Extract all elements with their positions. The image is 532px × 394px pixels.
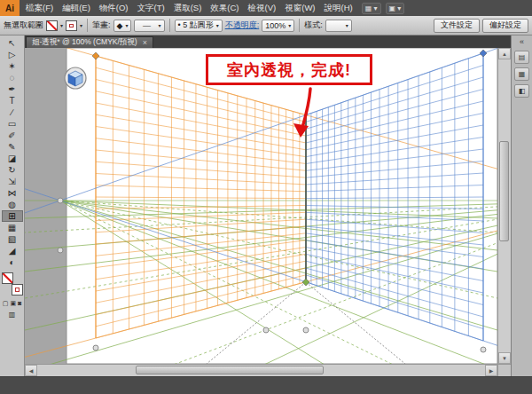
dock-icons: ▤▦◧ [514, 51, 529, 98]
swatches-panel-icon[interactable]: ▦ [514, 67, 529, 81]
scroll-right-icon[interactable]: ▶ [485, 365, 497, 376]
menu-效果(C)[interactable]: 效果(C) [206, 0, 243, 16]
separator [169, 19, 170, 32]
width-tool[interactable]: ⋈ [2, 187, 23, 199]
vertical-scrollbar[interactable]: ▲ ▼ [497, 48, 511, 364]
fill-swatch-icon[interactable] [2, 272, 13, 284]
vertical-scroll-track[interactable] [498, 59, 511, 352]
type-tool[interactable]: T [2, 95, 23, 106]
separator [299, 19, 300, 32]
status-bar [0, 376, 532, 394]
draw-behind-icon[interactable]: ▣ [10, 300, 16, 307]
fill-color-swatch[interactable] [46, 20, 58, 31]
illustrator-window: Ai 檔案(F)編輯(E)物件(O)文字(T)選取(S)效果(C)檢視(V)視窗… [0, 0, 532, 394]
scroll-up-icon[interactable]: ▲ [498, 48, 511, 59]
horizontal-scroll-thumb[interactable] [136, 366, 324, 374]
stroke-color-swatch[interactable] [66, 20, 77, 31]
menu-檔案(F)[interactable]: 檔案(F) [21, 0, 58, 16]
rotate-tool[interactable]: ↻ [2, 164, 23, 176]
layers-panel-icon[interactable]: ◧ [514, 84, 529, 98]
screen-mode-button[interactable]: ▥ [9, 311, 16, 319]
stroke-caret-icon[interactable]: ▾ [80, 22, 82, 28]
menu-編輯(E)[interactable]: 編輯(E) [58, 0, 95, 16]
style-combo[interactable]: ▾ [325, 20, 352, 32]
chevron-down-icon: ▾ [125, 22, 128, 28]
direct-selection-tool[interactable]: ▷ [2, 49, 23, 60]
menu-bar: Ai 檔案(F)編輯(E)物件(O)文字(T)選取(S)效果(C)檢視(V)視窗… [0, 0, 532, 16]
scrollbar-corner [497, 364, 511, 376]
stroke-profile-combo[interactable]: — ▾ [134, 20, 164, 32]
annotation-box[interactable]: 室內透視，完成! [206, 54, 372, 85]
scale-tool[interactable]: ⇲ [2, 176, 23, 187]
eyedropper-tool[interactable]: ◢ [2, 245, 23, 256]
menu-視窗(W)[interactable]: 視窗(W) [280, 0, 319, 16]
perspective-grid-canvas[interactable] [25, 48, 497, 364]
menu-說明(H)[interactable]: 說明(H) [320, 0, 357, 16]
perspective-grid-tool[interactable]: ⊞ [2, 210, 23, 222]
document-tab[interactable]: 姐-透視* @ 100% (CMYK/預視) × [26, 36, 153, 48]
menu-檢視(V)[interactable]: 檢視(V) [244, 0, 281, 16]
lasso-tool[interactable]: ◌ [2, 72, 23, 83]
app-logo: Ai [0, 0, 20, 16]
scroll-left-icon[interactable]: ◀ [25, 365, 37, 376]
canvas-area[interactable]: 室內透視，完成! [25, 48, 497, 364]
pen-tool[interactable]: ✒ [2, 83, 23, 95]
control-bar: 無選取範圍 ▾ ▾ 筆畫: ◆ ▾ — ▾ • 5 點圓形 ▾ 不透明度: 10… [0, 16, 532, 35]
chevron-down-icon: ▾ [158, 22, 160, 28]
menu-選取(S)[interactable]: 選取(S) [169, 0, 207, 16]
stroke-label: 筆畫: [92, 20, 111, 31]
horizontal-scroll-track[interactable] [37, 365, 485, 376]
panel-dock: « ▤▦◧ [511, 35, 532, 376]
opacity-label[interactable]: 不透明度: [225, 20, 260, 31]
workspace-button[interactable]: ▣ ▾ [386, 3, 405, 14]
paintbrush-tool[interactable]: ✐ [2, 130, 23, 141]
rectangle-tool[interactable]: ▭ [2, 118, 23, 130]
close-icon[interactable]: × [143, 38, 147, 47]
brush-combo[interactable]: • 5 點圓形 ▾ [175, 20, 223, 32]
chevron-down-icon: ▾ [346, 22, 348, 28]
expand-panels-icon[interactable]: « [520, 37, 524, 46]
gradient-tool[interactable]: ▧ [2, 233, 23, 245]
horizontal-scrollbar[interactable]: ◀ ▶ [25, 364, 497, 376]
magic-wand-tool[interactable]: ✶ [2, 60, 23, 72]
draw-inside-icon[interactable]: ◙ [18, 300, 21, 307]
menu-物件(O)[interactable]: 物件(O) [95, 0, 133, 16]
line-tool[interactable]: ∕ [2, 106, 23, 118]
draw-normal-icon[interactable]: ▢ [3, 300, 9, 307]
opacity-combo[interactable]: 100% ▾ [262, 20, 294, 32]
stroke-width-combo[interactable]: ◆ ▾ [113, 20, 132, 32]
color-panel-icon[interactable]: ▤ [514, 51, 529, 64]
vertical-scroll-thumb[interactable] [499, 141, 509, 240]
chevron-down-icon: ▾ [216, 22, 219, 28]
fill-caret-icon[interactable]: ▾ [60, 22, 63, 28]
annotation-text: 室內透視，完成! [227, 59, 351, 81]
menu-items: 檔案(F)編輯(E)物件(O)文字(T)選取(S)效果(C)檢視(V)視窗(W)… [21, 0, 357, 16]
selection-status: 無選取範圍 [4, 20, 43, 31]
menubar-buttons: ▦ ▾▣ ▾ [357, 3, 405, 14]
document-setup-button[interactable]: 文件設定 [434, 19, 480, 33]
selection-tool[interactable]: ↖ [2, 37, 23, 49]
pencil-tool[interactable]: ✎ [2, 141, 23, 153]
shape-builder-tool[interactable]: ◍ [2, 199, 23, 210]
arrange-documents-button[interactable]: ▦ ▾ [362, 3, 381, 14]
chevron-down-icon: ▾ [288, 22, 291, 28]
tool-list: ↖▷✶◌✒T∕▭✐✎◪↻⇲⋈◍⊞▦▧◢◐ [2, 37, 23, 268]
style-label: 樣式: [304, 20, 323, 31]
fill-stroke-widget[interactable] [2, 272, 23, 296]
menu-文字(T)[interactable]: 文字(T) [133, 0, 169, 16]
separator [87, 19, 88, 32]
document-tab-bar: 姐-透視* @ 100% (CMYK/預視) × [25, 35, 511, 48]
eraser-tool[interactable]: ◪ [2, 153, 23, 164]
preferences-button[interactable]: 偏好設定 [482, 19, 528, 33]
stroke-swatch-icon[interactable] [12, 284, 23, 296]
document-tab-title: 姐-透視* @ 100% (CMYK/預視) [32, 37, 137, 48]
tools-panel: ↖▷✶◌✒T∕▭✐✎◪↻⇲⋈◍⊞▦▧◢◐ ▢▣◙ ▥ [0, 35, 25, 376]
blend-tool[interactable]: ◐ [2, 256, 23, 268]
draw-mode-buttons: ▢▣◙ [3, 300, 21, 307]
scroll-down-icon[interactable]: ▼ [498, 352, 511, 364]
mesh-tool[interactable]: ▦ [2, 222, 23, 233]
